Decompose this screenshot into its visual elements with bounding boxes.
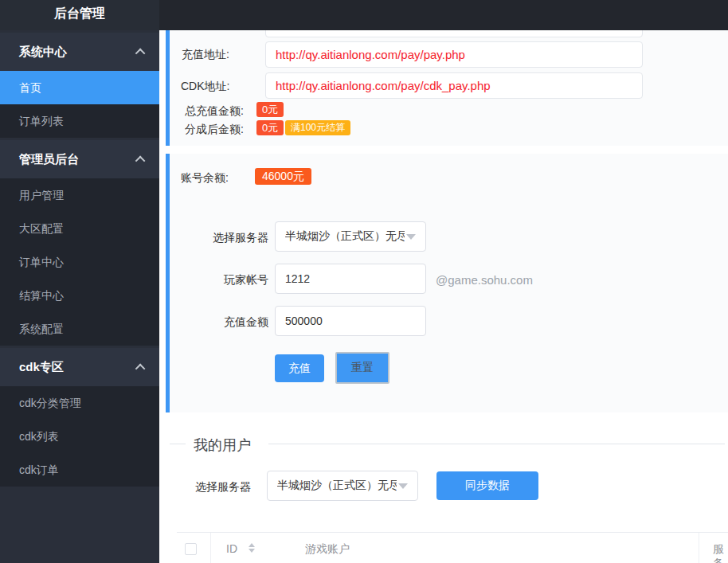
column-header-id[interactable]: ID (226, 542, 237, 555)
server-select[interactable]: 半城烟沙（正式区）无尽 (275, 221, 426, 252)
sidebar-item-cdk-category[interactable]: cdk分类管理 (0, 386, 159, 420)
sidebar-section-cdk[interactable]: cdk专区 (0, 348, 159, 386)
player-account-input[interactable] (275, 264, 426, 294)
sidebar-item-region-config[interactable]: 大区配置 (0, 212, 159, 245)
chevron-up-icon (135, 48, 146, 58)
panel-accent-bar (166, 154, 170, 412)
sidebar-item-user-management[interactable]: 用户管理 (0, 178, 159, 212)
sort-descending-icon[interactable] (249, 549, 255, 556)
chevron-up-icon (135, 155, 146, 166)
recharge-amount-label: 充值金额 (173, 315, 268, 330)
column-divider (699, 533, 699, 563)
select-all-checkbox[interactable] (185, 543, 197, 555)
total-recharge-label: 总充值金额: (185, 104, 244, 119)
server-select-label-2: 选择服务器 (195, 480, 251, 495)
recharge-button[interactable]: 充值 (275, 354, 324, 382)
caret-down-icon (398, 483, 408, 489)
recharge-amount-input[interactable] (275, 306, 426, 336)
column-divider (210, 533, 211, 563)
sidebar-item-system-config[interactable]: 系统配置 (0, 312, 159, 346)
page: 后台管理 系统中心 首页 订单列表 管理员后台 用户管理 大区配置 订单中心 结… (0, 0, 728, 563)
recharge-url-label: 充值地址: (182, 48, 229, 62)
divider-line-left (170, 444, 186, 444)
caret-down-icon (406, 234, 416, 240)
sidebar-item-settlement-center[interactable]: 结算中心 (0, 279, 159, 312)
divider-line-right (268, 444, 725, 444)
chevron-up-icon (135, 363, 146, 373)
recharge-url-input[interactable] (265, 41, 643, 68)
section-label: 系统中心 (19, 45, 67, 60)
settle-rule-badge: 满100元结算 (285, 120, 350, 135)
app-title: 后台管理 (0, 0, 159, 30)
column-header-server: 服务 (713, 542, 728, 563)
sync-data-button[interactable]: 同步数据 (436, 471, 538, 500)
sidebar: 后台管理 系统中心 首页 订单列表 管理员后台 用户管理 大区配置 订单中心 结… (0, 0, 159, 563)
balance-badge: 46000元 (255, 168, 311, 185)
sidebar-item-cdk-orders[interactable]: cdk订单 (0, 453, 159, 487)
sidebar-section-admin[interactable]: 管理员后台 (0, 140, 159, 178)
cdk-url-input[interactable] (265, 72, 643, 99)
users-table: ID 游戏账户 服务 (177, 532, 728, 563)
column-header-account: 游戏账户 (305, 542, 350, 557)
after-share-badge: 0元 (256, 120, 284, 135)
player-account-label: 玩家帐号 (173, 273, 268, 287)
balance-label: 账号余额: (181, 171, 229, 186)
section-label: 管理员后台 (19, 152, 79, 167)
cdk-url-label: CDK地址: (181, 80, 229, 94)
sidebar-section-system-center[interactable]: 系统中心 (0, 33, 159, 71)
server-select-value: 半城烟沙（正式区）无尽 (285, 229, 405, 244)
my-users-title: 我的用户 (194, 436, 251, 455)
sidebar-item-home[interactable]: 首页 (0, 71, 159, 104)
after-share-label: 分成后金额: (185, 123, 244, 137)
top-header-bar (159, 0, 728, 30)
account-suffix: @game.sohu.com (436, 273, 533, 287)
sidebar-item-order-list[interactable]: 订单列表 (0, 104, 159, 138)
section-label: cdk专区 (19, 360, 64, 375)
total-recharge-badge: 0元 (256, 102, 284, 117)
sort-icon[interactable] (249, 540, 255, 556)
sort-ascending-icon[interactable] (249, 540, 255, 547)
panel-accent-bar (166, 30, 170, 146)
reset-button[interactable]: 重置 (335, 352, 389, 384)
sidebar-item-cdk-list[interactable]: cdk列表 (0, 420, 159, 453)
server-select-2[interactable]: 半城烟沙（正式区）无尽 (267, 471, 418, 501)
server-select-label: 选择服务器 (173, 231, 268, 245)
sidebar-item-order-center[interactable]: 订单中心 (0, 245, 159, 279)
server-select-value: 半城烟沙（正式区）无尽 (277, 479, 397, 493)
